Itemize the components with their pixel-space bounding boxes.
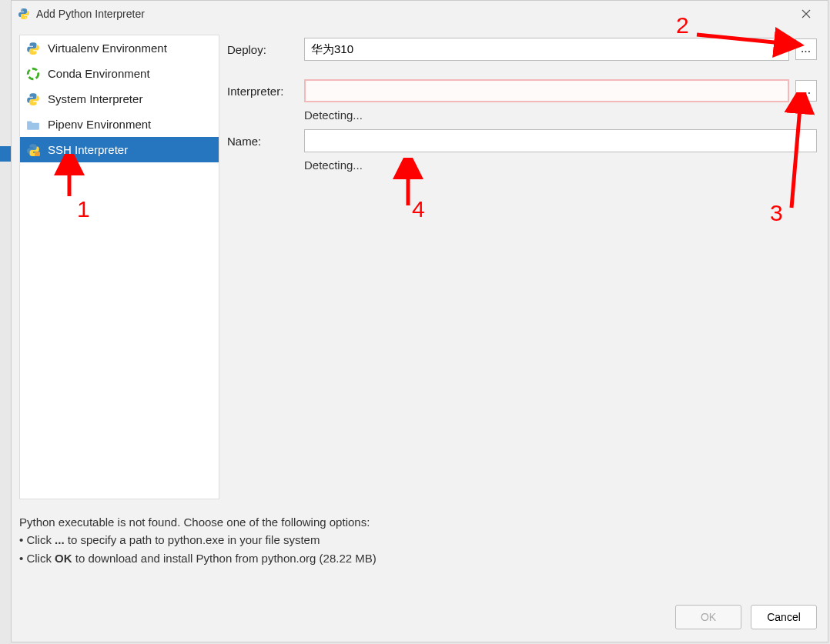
sidebar-item-pipenv[interactable]: Pipenv Environment bbox=[20, 112, 219, 137]
sidebar-item-conda[interactable]: Conda Environment bbox=[20, 61, 219, 86]
svg-point-0 bbox=[22, 9, 22, 10]
name-status: Detecting... bbox=[304, 157, 817, 179]
folder-icon bbox=[26, 118, 40, 132]
titlebar: Add Python Interpreter bbox=[12, 1, 828, 27]
sidebar-item-label: Virtualenv Environment bbox=[48, 42, 167, 55]
dialog-content: Virtualenv Environment Conda Environment… bbox=[12, 27, 828, 642]
info-line-3: • Click OK to download and install Pytho… bbox=[19, 549, 817, 567]
deploy-value: 华为310 bbox=[311, 42, 353, 57]
interpreter-status: Detecting... bbox=[304, 107, 817, 129]
close-icon bbox=[802, 9, 811, 18]
svg-rect-3 bbox=[35, 152, 40, 156]
interpreter-input[interactable] bbox=[304, 79, 789, 102]
chevron-down-icon bbox=[775, 43, 782, 56]
svg-point-1 bbox=[25, 17, 26, 18]
sidebar-item-virtualenv[interactable]: Virtualenv Environment bbox=[20, 35, 219, 61]
ok-button[interactable]: OK bbox=[675, 605, 741, 629]
sidebar-item-ssh[interactable]: SSH Interpreter bbox=[20, 137, 219, 162]
name-input[interactable] bbox=[304, 129, 817, 152]
info-block: Python executable is not found. Choose o… bbox=[19, 513, 817, 567]
info-line-1: Python executable is not found. Choose o… bbox=[19, 513, 817, 531]
sidebar-item-label: Conda Environment bbox=[48, 67, 150, 80]
add-interpreter-dialog: Add Python Interpreter Virtualenv Enviro… bbox=[11, 0, 828, 642]
interpreter-browse-button[interactable]: ... bbox=[795, 80, 817, 102]
deploy-browse-button[interactable]: ... bbox=[795, 38, 817, 60]
svg-point-2 bbox=[28, 68, 38, 79]
python-icon bbox=[26, 92, 40, 106]
close-button[interactable] bbox=[791, 3, 822, 25]
python-icon bbox=[18, 8, 30, 20]
deploy-label: Deploy: bbox=[227, 43, 304, 56]
deploy-combo[interactable]: 华为310 bbox=[304, 38, 789, 61]
sidebar-item-label: SSH Interpreter bbox=[48, 143, 128, 156]
python-remote-icon bbox=[26, 143, 40, 157]
python-icon bbox=[26, 42, 40, 55]
interpreter-label: Interpreter: bbox=[227, 85, 304, 98]
button-bar: OK Cancel bbox=[675, 605, 817, 629]
main-area: Virtualenv Environment Conda Environment… bbox=[19, 35, 817, 499]
sidebar-item-label: System Interpreter bbox=[48, 92, 142, 105]
conda-icon bbox=[26, 67, 40, 81]
name-label: Name: bbox=[227, 135, 304, 148]
background-strip bbox=[0, 146, 11, 162]
cancel-button[interactable]: Cancel bbox=[751, 605, 817, 629]
info-line-2: • Click ... to specify a path to python.… bbox=[19, 531, 817, 549]
dialog-title: Add Python Interpreter bbox=[36, 8, 791, 20]
sidebar-item-system[interactable]: System Interpreter bbox=[20, 86, 219, 112]
form-area: Deploy: 华为310 ... Interpreter: ... Det bbox=[219, 35, 817, 499]
sidebar-item-label: Pipenv Environment bbox=[48, 118, 151, 131]
interpreter-type-list: Virtualenv Environment Conda Environment… bbox=[19, 35, 219, 499]
